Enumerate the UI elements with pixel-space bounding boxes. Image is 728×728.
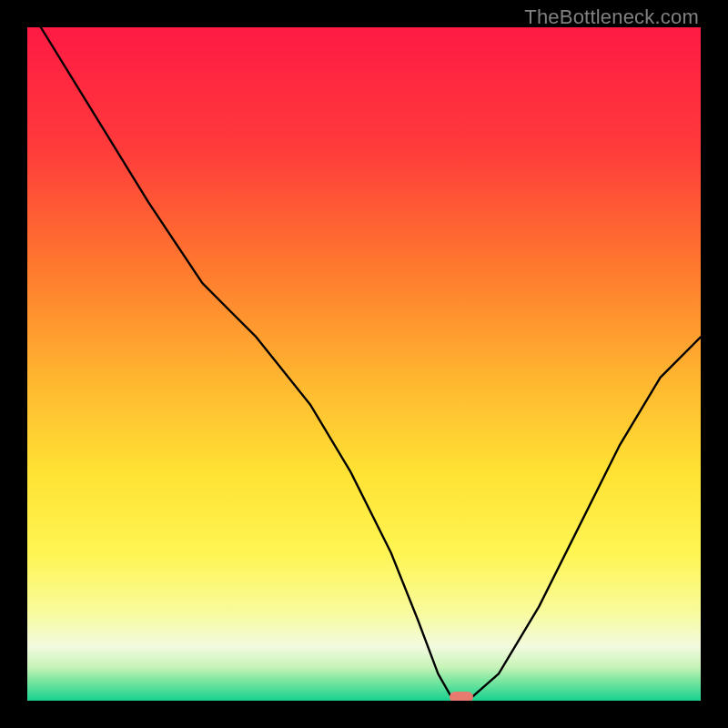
chart-frame: TheBottleneck.com	[0, 0, 728, 728]
watermark-label: TheBottleneck.com	[524, 5, 699, 29]
optimal-marker	[450, 692, 473, 701]
plot-area	[27, 27, 701, 701]
line-series	[27, 27, 701, 701]
